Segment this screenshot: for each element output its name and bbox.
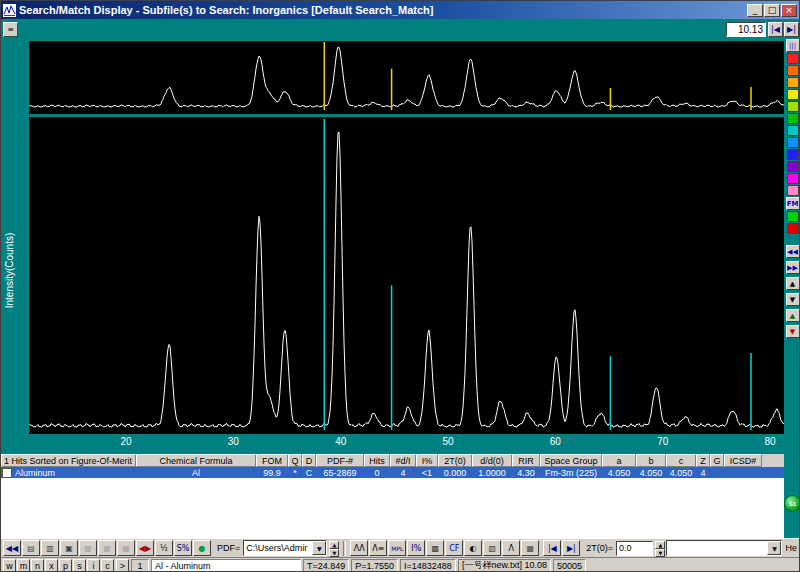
column-header[interactable]: #d/I — [390, 454, 416, 467]
chemistry-filter-button[interactable]: CF — [445, 540, 463, 556]
mpl-button[interactable]: MPL — [388, 540, 406, 556]
column-header[interactable]: ICSD# — [724, 454, 762, 467]
combo-dropdown-icon[interactable]: ▼ — [767, 541, 781, 555]
zoom-out-button[interactable]: ▼ — [786, 325, 800, 338]
color-swatch[interactable] — [787, 137, 799, 148]
step-left-button[interactable]: |◀ — [543, 540, 561, 556]
two-theta-zero-input[interactable]: 0.0 — [616, 541, 653, 556]
color-swatch[interactable] — [787, 65, 799, 76]
contrast-button[interactable]: ◐ — [464, 540, 482, 556]
column-header[interactable]: 2T(0) — [438, 454, 472, 467]
print-button[interactable]: ▤ — [22, 540, 40, 556]
color-swatch[interactable] — [787, 89, 799, 100]
mode-button[interactable]: c — [101, 559, 114, 572]
column-header[interactable]: Q — [288, 454, 302, 467]
color-swatch[interactable] — [787, 101, 799, 112]
palette-button[interactable]: ||| — [786, 39, 800, 52]
stack-patterns-button[interactable]: ΛΛ — [350, 540, 368, 556]
spin-up-icon[interactable]: ▲ — [655, 541, 665, 549]
minimize-button[interactable]: _ — [747, 4, 763, 17]
pan-down-button[interactable]: ▼ — [786, 293, 800, 306]
color-swatch[interactable] — [787, 149, 799, 160]
pan-right-button[interactable]: ▶▶ — [786, 261, 800, 274]
pan-left-button[interactable]: ◀◀ — [786, 245, 800, 258]
mode-button[interactable]: n — [31, 559, 44, 572]
row-checkbox[interactable] — [2, 468, 12, 478]
pdf-spinner[interactable]: ▲ ▼ — [329, 541, 339, 556]
help-label[interactable]: He — [785, 543, 797, 553]
fm-button[interactable]: FM — [786, 197, 800, 210]
zoom-in-button[interactable]: ▲ — [786, 309, 800, 322]
column-header[interactable]: Z — [696, 454, 710, 467]
column-header[interactable]: PDF-# — [316, 454, 364, 467]
profile-fit-button[interactable]: Λ — [502, 540, 520, 556]
hit-row[interactable]: Aluminum Al99.9*C65-286904<10.0001.00004… — [1, 467, 784, 478]
peak-list-button[interactable]: Λ≡ — [369, 540, 387, 556]
spin-up-icon[interactable]: ▲ — [329, 541, 339, 549]
color-swatch[interactable] — [787, 223, 799, 234]
color-swatch[interactable] — [787, 53, 799, 64]
background-button[interactable]: ▧ — [483, 540, 501, 556]
column-header[interactable]: I% — [416, 454, 438, 467]
column-header[interactable]: b — [636, 454, 666, 467]
column-header[interactable]: FOM — [256, 454, 288, 467]
row-cell — [724, 467, 762, 478]
color-swatch[interactable] — [787, 161, 799, 172]
color-swatch[interactable] — [787, 113, 799, 124]
color-swatch[interactable] — [787, 185, 799, 196]
mode-button[interactable]: p — [59, 559, 72, 572]
mode-button[interactable]: w — [3, 559, 16, 572]
preview-plot[interactable] — [29, 41, 784, 114]
color-swatch[interactable] — [787, 173, 799, 184]
spin-down-icon[interactable]: ▼ — [329, 549, 339, 557]
last-hit-button[interactable]: ▶| — [784, 22, 799, 37]
copy-button[interactable]: ▣ — [60, 540, 78, 556]
scale-percent-button[interactable]: S% — [174, 540, 192, 556]
color-swatch[interactable] — [787, 125, 799, 136]
d-spacing-readout: 10.13 — [726, 22, 766, 37]
mode-button[interactable]: m — [17, 559, 30, 572]
column-header[interactable]: G — [710, 454, 724, 467]
column-header[interactable]: Chemical Formula — [136, 454, 256, 467]
spin-down-icon[interactable]: ▼ — [655, 549, 665, 557]
column-header[interactable]: RIR — [512, 454, 540, 467]
column-header[interactable]: Hits — [364, 454, 390, 467]
mode-button[interactable]: s — [73, 559, 86, 572]
column-header[interactable]: D — [302, 454, 316, 467]
column-header[interactable]: d/d(0) — [472, 454, 512, 467]
column-header[interactable]: a — [602, 454, 636, 467]
mode-button[interactable]: i — [87, 559, 100, 572]
hit-list-area[interactable] — [1, 478, 784, 538]
color-swatch[interactable] — [787, 77, 799, 88]
color-swatch[interactable] — [787, 211, 799, 222]
pan-up-button[interactable]: ▲ — [786, 277, 800, 290]
intensity-percent-button[interactable]: I% — [407, 540, 425, 556]
pattern-fill-button[interactable]: ▩ — [426, 540, 444, 556]
compare-button[interactable]: ◀▶ — [136, 540, 154, 556]
print-report-button[interactable]: ▥ — [41, 540, 59, 556]
two-theta-zero-spinner[interactable]: ▲ ▼ — [655, 541, 665, 556]
expand-button[interactable]: > — [116, 559, 129, 572]
title-bar[interactable]: Search/Match Display - Subfile(s) to Sea… — [1, 1, 799, 19]
column-header[interactable]: c — [666, 454, 696, 467]
report-grid-button[interactable]: ▦ — [521, 540, 539, 556]
first-hit-button[interactable]: |◀ — [768, 22, 783, 37]
grid-2-button[interactable]: ▦ — [98, 540, 116, 556]
globe-button[interactable]: ● — [193, 540, 211, 556]
column-header[interactable]: 1 Hits Sorted on Figure-Of-Merit — [1, 454, 136, 467]
menu-button[interactable]: ≡ — [3, 22, 18, 37]
step-right-button[interactable]: ▶| — [562, 540, 580, 556]
maximize-button[interactable]: □ — [764, 4, 780, 17]
page-left-button[interactable]: ◀◀ — [3, 540, 21, 556]
phase-combobox[interactable]: ▼ — [666, 540, 782, 556]
pdf-path-combobox[interactable]: C:\Users\Admir ▼ — [243, 540, 327, 556]
combo-dropdown-icon[interactable]: ▼ — [312, 541, 326, 555]
grid-3-button[interactable]: ▦ — [117, 540, 135, 556]
close-button[interactable]: × — [781, 4, 797, 17]
grid-1-button[interactable]: ▦ — [79, 540, 97, 556]
mode-button[interactable]: x — [45, 559, 58, 572]
s1-button[interactable]: S1 — [784, 495, 800, 512]
main-plot[interactable] — [29, 117, 784, 434]
column-header[interactable]: Space Group — [540, 454, 602, 467]
half-scale-button[interactable]: ½ — [155, 540, 173, 556]
